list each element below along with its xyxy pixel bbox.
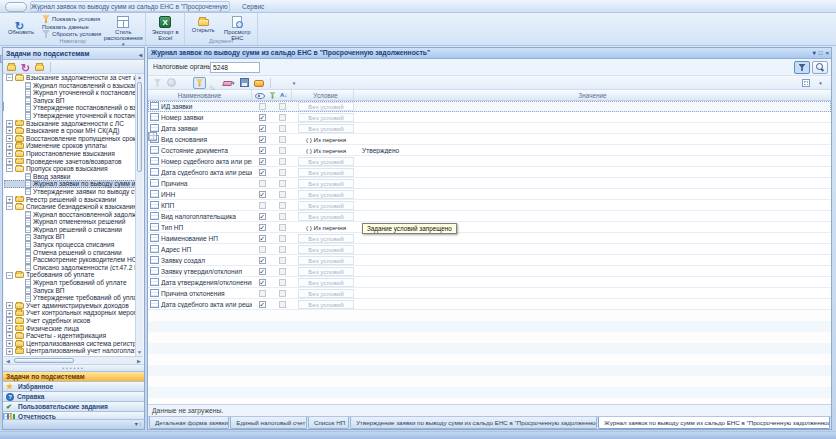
list-view-button[interactable]: ▾ xyxy=(814,77,827,89)
grid-row[interactable]: Дата заявки✓Без условий xyxy=(148,123,831,134)
condition-checkbox[interactable]: ✓ xyxy=(259,158,266,165)
secondary-checkbox[interactable] xyxy=(279,158,286,165)
collapse-icon[interactable]: − xyxy=(6,272,13,279)
secondary-checkbox[interactable] xyxy=(279,180,286,187)
tree-item[interactable]: Утверждение постановлений о взыскани xyxy=(4,104,138,112)
condition-checkbox[interactable]: ✓ xyxy=(259,136,266,143)
tab[interactable]: Детальная форма заявки xyxy=(149,417,229,429)
navpane-options-button[interactable]: ▾ ⁞ xyxy=(3,419,144,429)
condition-checkbox[interactable] xyxy=(259,180,266,187)
tree-item[interactable]: +Расчеты - идентификация xyxy=(4,332,138,340)
apply-conditions-button[interactable] xyxy=(794,61,810,74)
add-folder-button[interactable] xyxy=(5,61,18,73)
tree-item[interactable]: +Приостановление взыскания xyxy=(4,150,138,158)
tree-item[interactable]: +Централизованная система регистрации xyxy=(4,340,138,348)
expand-icon[interactable]: + xyxy=(6,325,13,332)
grid-row[interactable]: Состояние документа✓( ) Из перечняУтверж… xyxy=(148,145,831,156)
secondary-checkbox[interactable] xyxy=(279,290,286,297)
tree-item[interactable]: Утверждение уточненой к постановлени xyxy=(4,112,138,120)
tree-item[interactable]: +Взыскание в сроки МН СК(АД) xyxy=(4,127,138,135)
grid-row[interactable]: КППБез условий xyxy=(148,200,831,211)
condition-checkbox[interactable]: ✓ xyxy=(259,125,266,132)
condition-cell[interactable]: ( ) Из перечня xyxy=(298,223,354,232)
secondary-checkbox[interactable] xyxy=(279,191,286,198)
tree-item[interactable]: −Требования об уплате xyxy=(4,271,138,279)
grid-row[interactable]: Адрес НПБез условий xyxy=(148,244,831,255)
tree-item[interactable]: +Физические лица xyxy=(4,325,138,333)
condition-cell[interactable]: ( ) Из перечня xyxy=(298,135,354,144)
condition-checkbox[interactable]: ✓ xyxy=(259,301,266,308)
tree-item[interactable]: −Списание безнадежной к взысканию задолж xyxy=(4,203,138,211)
expand-icon[interactable]: + xyxy=(6,135,13,142)
expand-icon[interactable]: + xyxy=(6,310,13,317)
tree-item[interactable]: +Проведение зачетов/возвратов xyxy=(4,158,138,166)
tree-item[interactable]: Списано задолженности (ст.47.2 БК) xyxy=(4,264,138,272)
columns-button[interactable] xyxy=(179,77,192,89)
expand-icon[interactable]: + xyxy=(6,196,13,203)
condition-checkbox[interactable]: ✓ xyxy=(259,114,266,121)
secondary-checkbox[interactable] xyxy=(279,136,286,143)
tree-item[interactable]: Журнал отмененных решений xyxy=(4,218,138,226)
secondary-checkbox[interactable] xyxy=(279,235,286,242)
tree-item[interactable]: +Изменение сроков уплаты xyxy=(4,142,138,150)
secondary-checkbox[interactable] xyxy=(279,301,286,308)
value-cell[interactable]: Утверждено xyxy=(354,147,831,154)
condition-cell[interactable]: Без условий xyxy=(298,113,354,122)
condition-cell[interactable]: Без условий xyxy=(298,201,354,210)
secondary-checkbox[interactable] xyxy=(279,224,286,231)
view-ens-button[interactable]: Просмотр ЕНС xyxy=(219,14,255,39)
nav-item-help[interactable]: Справка xyxy=(3,391,144,401)
reset-conditions-button[interactable]: Сбросить условия xyxy=(42,30,101,38)
expand-icon[interactable]: + xyxy=(6,120,13,127)
grid-row[interactable]: Дата утверждения/отклонения✓Без условий xyxy=(148,277,831,288)
grid-row[interactable]: ИД заявкиБез условий xyxy=(148,101,831,112)
nav-item-user-tasks[interactable]: Пользовательские задания xyxy=(3,401,144,411)
grid-row[interactable]: Заявку утвердил/отклонил✓Без условий xyxy=(148,266,831,277)
condition-checkbox[interactable]: ✓ xyxy=(259,191,266,198)
navpane-splitter[interactable]: •••••• xyxy=(3,364,144,371)
find-button[interactable] xyxy=(812,61,828,74)
secondary-checkbox[interactable] xyxy=(279,103,286,110)
condition-checkbox[interactable]: ✓ xyxy=(259,213,266,220)
tree-item[interactable]: Рассмотрение руководителем НО xyxy=(4,256,138,264)
grid-row[interactable]: Дата судебного акта или решения ВНО✓Без … xyxy=(148,167,831,178)
refresh-button[interactable]: Обновить xyxy=(2,14,40,39)
expand-icon[interactable]: + xyxy=(6,317,13,324)
app-menu-button[interactable] xyxy=(5,2,27,12)
secondary-checkbox[interactable] xyxy=(279,268,286,275)
column-header-icons[interactable] xyxy=(252,90,292,100)
scrollbar-thumb[interactable] xyxy=(137,82,142,172)
tree-item[interactable]: Запуск процесса списания xyxy=(4,241,138,249)
table-view-button[interactable] xyxy=(274,77,287,89)
panel-menu-icon[interactable]: ▾ xyxy=(813,50,816,56)
tree-item[interactable]: +Учет контрольных надзорных мероприятий xyxy=(4,309,138,317)
tab[interactable]: Список НП xyxy=(308,417,349,429)
secondary-checkbox[interactable] xyxy=(279,114,286,121)
condition-checkbox[interactable]: ✓ xyxy=(259,235,266,242)
condition-checkbox[interactable]: ✓ xyxy=(259,224,266,231)
grid-row[interactable]: ПричинаБез условий xyxy=(148,178,831,189)
expand-icon[interactable]: + xyxy=(6,340,13,347)
condition-cell[interactable]: Без условий xyxy=(298,245,354,254)
secondary-checkbox[interactable] xyxy=(279,246,286,253)
clear-conditions-button[interactable] xyxy=(151,77,164,89)
column-header-name[interactable]: Наименование xyxy=(148,90,252,100)
tree-item[interactable]: +Учет судебных исков xyxy=(4,317,138,325)
condition-cell[interactable]: Без условий xyxy=(298,234,354,243)
view-button[interactable] xyxy=(165,77,178,89)
expand-icon[interactable]: + xyxy=(6,348,13,355)
tree-vertical-scrollbar[interactable]: ▲ ▼ xyxy=(135,74,143,356)
condition-cell[interactable]: Без условий xyxy=(298,102,354,111)
condition-checkbox[interactable]: ✓ xyxy=(259,147,266,154)
tree-item[interactable]: Запуск ВП xyxy=(4,233,138,241)
eraser-button[interactable]: ▾ xyxy=(221,77,237,89)
comment-button[interactable] xyxy=(252,77,266,89)
tab[interactable]: Утверждение заявки по выводу сумм из сал… xyxy=(350,417,597,429)
table-style-button[interactable]: ▾ xyxy=(288,77,301,89)
tree-item[interactable]: Запуск ВП xyxy=(4,287,138,295)
scroll-down-icon[interactable]: ▼ xyxy=(136,349,143,356)
secondary-checkbox[interactable] xyxy=(279,213,286,220)
condition-cell[interactable]: Без условий xyxy=(298,289,354,298)
tree-item[interactable]: −Пропуск сроков взыскания xyxy=(4,165,138,173)
grid-row[interactable]: Вид основания✓( ) Из перечня xyxy=(148,134,831,145)
